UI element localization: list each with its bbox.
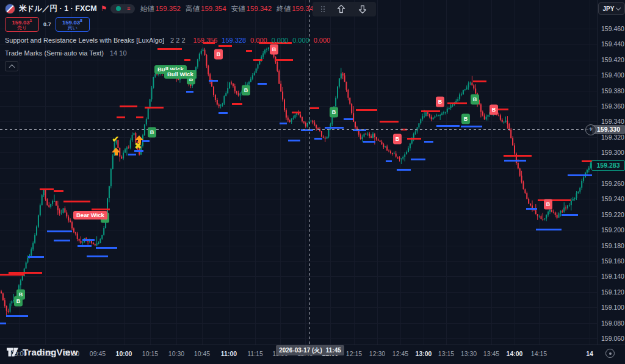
candle-wicks-down — [1, 46, 594, 316]
buy-label: 買い — [67, 26, 77, 30]
time-tick-label: 10:15 — [142, 350, 158, 357]
ohlc-high: 高値159.354 — [186, 4, 226, 13]
time-axis-settings-icon[interactable] — [605, 349, 615, 358]
indicator-value: 159.356 — [193, 37, 218, 44]
symbol-title[interactable]: 米ドル／円 · 1 · FXCM — [19, 4, 97, 14]
ohlc-high-label: 高値 — [186, 5, 200, 12]
indicator-value: 0.000 — [250, 37, 267, 44]
price-tick-label: 159.360 — [601, 102, 624, 110]
indicator-name[interactable]: Support and Resistance Levels with Break… — [5, 37, 164, 44]
currency-selector[interactable]: JPY — [598, 2, 625, 15]
price-tick-label: 159.340 — [601, 118, 624, 125]
buy-button[interactable]: 159.038 買い — [56, 17, 90, 32]
indicator-row-trade-marks[interactable]: Trade Marks (Semi-auto via Text) 14 10 — [5, 48, 373, 57]
time-tick-label: 14 — [586, 350, 593, 357]
time-tick-label: 09:45 — [90, 350, 106, 357]
time-tick-label: 13:45 — [483, 350, 499, 357]
time-tick-label: 13:00 — [416, 350, 432, 357]
ohlc-close-label: 終値 — [276, 5, 291, 12]
indicator-args: 14 10 — [110, 49, 127, 57]
candle-wicks-up — [10, 46, 591, 313]
ohlc-open: 始値159.352 — [140, 4, 181, 13]
indicator-name[interactable]: Trade Marks (Semi-auto via Text) — [5, 49, 104, 57]
indicator-values: 159.356159.3280.0000.0000.0000.000 — [189, 37, 331, 44]
ohlc-high-value: 159.354 — [201, 5, 226, 12]
price-tick-label: 159.160 — [601, 257, 624, 265]
time-tick-label: 11:00 — [221, 350, 237, 357]
legend-collapse-button[interactable] — [5, 61, 18, 71]
indicator-value: 0.000 — [292, 37, 309, 44]
pair-flag-icon — [5, 4, 15, 14]
indicator-value: 159.328 — [222, 37, 246, 44]
market-status-toggle[interactable]: ≡ — [110, 4, 135, 13]
market-open-dot-icon — [116, 6, 121, 11]
indicator-value: 0.000 — [272, 37, 289, 44]
price-tick-label: 159.460 — [601, 25, 624, 32]
currency-label: JPY — [603, 5, 615, 12]
price-tick-label: 159.440 — [601, 40, 624, 48]
ohlc-open-label: 始値 — [140, 5, 154, 12]
chevron-down-icon — [616, 5, 621, 10]
crosshair-add-alert-button[interactable]: + — [585, 124, 596, 135]
drag-handle-icon[interactable] — [320, 5, 325, 13]
time-tick-label: 14:15 — [531, 350, 547, 357]
flagged-symbol-icon[interactable]: ⚑ — [101, 4, 107, 13]
price-tick-label: 159.200 — [601, 226, 624, 234]
price-tick-label: 159.300 — [601, 149, 624, 156]
time-tick-label: 10:45 — [194, 350, 210, 357]
crosshair-price-label: 159.330 — [592, 125, 625, 134]
time-tick-label: 12:15 — [346, 350, 362, 357]
spread-value: 0.7 — [42, 21, 52, 27]
tradingview-app: BBBBBBBBBBBBBBBBull WickBull WickBear Wi… — [0, 0, 625, 364]
price-tick-label: 159.260 — [601, 180, 624, 187]
time-tick-label: 13:30 — [461, 350, 477, 357]
price-tick-label: 159.140 — [601, 273, 624, 280]
price-tick-label: 159.220 — [601, 211, 624, 218]
time-tick-label: 12:45 — [392, 350, 408, 357]
time-tick-label: 13:15 — [438, 350, 454, 357]
crosshair-date: 2026-03-17 (火) — [279, 346, 322, 355]
crosshair-time: 11:45 — [326, 347, 341, 354]
ohlc-open-value: 159.352 — [155, 5, 181, 12]
price-tick-label: 159.320 — [601, 134, 624, 141]
time-tick-label: 10:00 — [116, 350, 132, 357]
indicator-row-sr-breaks[interactable]: Support and Resistance Levels with Break… — [5, 35, 373, 45]
candle-bodies-down — [1, 48, 595, 312]
tradingview-logo[interactable]: TradingView — [6, 346, 78, 358]
indicator-args: 2 2 2 — [170, 37, 185, 44]
order-panel: 159.031 売り 0.7 159.038 買い — [5, 17, 373, 32]
last-price-label: 159.283 — [591, 160, 625, 171]
time-tick-label: 10:30 — [168, 350, 184, 357]
time-tick-label: 12:30 — [369, 350, 385, 357]
price-tick-label: 159.060 — [601, 335, 624, 342]
crosshair-date-tooltip: 2026-03-17 (火) 11:45 — [276, 345, 344, 355]
sell-label: 売り — [17, 26, 27, 30]
ohlc-low: 安値159.342 — [231, 4, 272, 13]
price-tick-label: 159.120 — [601, 288, 624, 296]
candle-bodies-up — [10, 48, 591, 312]
sell-button[interactable]: 159.031 売り — [5, 17, 39, 32]
sell-price: 159.031 — [12, 18, 32, 26]
price-tick-label: 159.240 — [601, 195, 624, 202]
price-axis[interactable]: 159.460159.440159.420159.400159.380159.3… — [597, 0, 625, 344]
price-tick-label: 159.080 — [601, 319, 624, 327]
price-tick-label: 159.100 — [601, 304, 624, 311]
price-tick-label: 159.180 — [601, 242, 624, 249]
trade-marks-toolbar[interactable] — [312, 2, 376, 16]
ohlc-low-label: 安値 — [231, 5, 245, 12]
ohlc-close: 終値159.343 — [276, 4, 317, 13]
time-tick-label: 14:00 — [507, 350, 523, 357]
tradingview-logo-icon — [6, 346, 19, 358]
buy-price: 159.038 — [62, 18, 82, 26]
ohlc-low-value: 159.342 — [247, 5, 272, 12]
time-tick-label: 11:15 — [247, 350, 263, 357]
tradingview-wordmark: TradingView — [23, 347, 78, 357]
chevron-up-icon — [9, 64, 15, 70]
indicator-value: 0.000 — [314, 37, 331, 44]
price-tick-label: 159.400 — [601, 71, 624, 79]
arrow-up-button[interactable] — [336, 4, 347, 15]
price-tick-label: 159.420 — [601, 56, 624, 63]
arrow-down-button[interactable] — [357, 4, 368, 15]
price-tick-label: 159.380 — [601, 87, 624, 95]
order-lines-icon: ≡ — [127, 6, 130, 12]
